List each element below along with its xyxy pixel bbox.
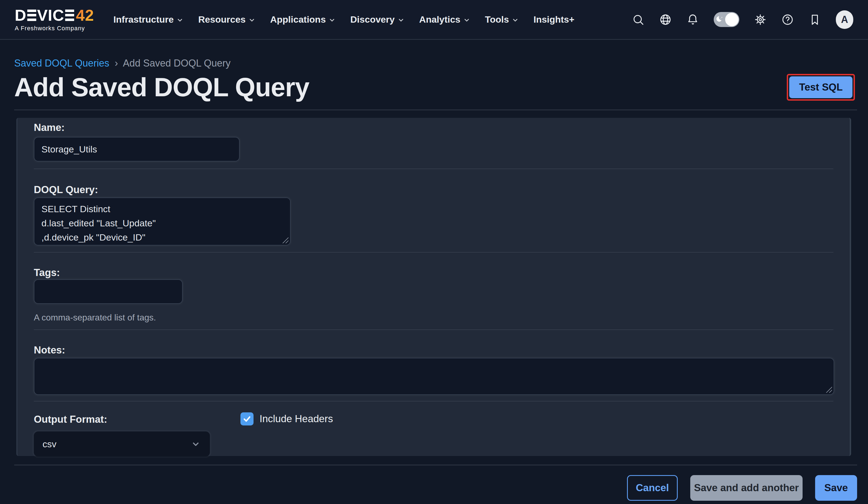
save-and-add-another-button[interactable]: Save and add another <box>690 475 803 501</box>
chevron-down-icon <box>329 17 335 24</box>
top-navbar: DVIC42 A Freshworks Company Infrastructu… <box>0 0 868 40</box>
notes-label: Notes: <box>34 344 833 356</box>
device42-logo-text: DVIC42 <box>15 7 94 23</box>
bell-icon[interactable] <box>686 13 699 26</box>
device42-logo[interactable]: DVIC42 A Freshworks Company <box>15 7 94 32</box>
nav-item-analytics[interactable]: Analytics <box>412 0 478 40</box>
save-button[interactable]: Save <box>815 475 857 501</box>
include-headers-label: Include Headers <box>259 413 333 425</box>
nav-item-tools[interactable]: Tools <box>478 0 526 40</box>
notes-section: Notes: <box>34 344 833 401</box>
chevron-down-icon <box>176 17 184 24</box>
navbar-actions: A <box>632 10 853 29</box>
avatar-initial: A <box>841 14 848 25</box>
bookmark-icon[interactable] <box>808 13 821 26</box>
footer-divider <box>14 465 857 465</box>
search-icon[interactable] <box>632 13 644 26</box>
chevron-down-icon <box>397 17 405 24</box>
include-headers-checkbox[interactable] <box>240 412 254 425</box>
tags-section: Tags: A comma-separated list of tags. <box>34 267 833 330</box>
name-input[interactable] <box>34 137 240 162</box>
toggle-knob <box>725 13 738 26</box>
breadcrumb-saved-doql-queries-link[interactable]: Saved DOQL Queries <box>14 58 109 69</box>
nav-item-resources[interactable]: Resources <box>191 0 263 40</box>
breadcrumb: Saved DOQL Queries › Add Saved DOQL Quer… <box>14 57 857 69</box>
globe-icon[interactable] <box>659 13 672 26</box>
output-format-value: csv <box>42 439 56 450</box>
doql-query-label: DOQL Query: <box>34 184 833 196</box>
name-label: Name: <box>34 122 833 134</box>
section-divider <box>34 329 833 330</box>
output-format-label: Output Format: <box>34 413 240 425</box>
output-format-section: Output Format: csv Include Headers <box>34 413 833 456</box>
doql-query-textarea[interactable]: SELECT Distinct d.last_edited "Last_Upda… <box>34 197 291 245</box>
chevron-down-icon <box>190 439 201 450</box>
add-saved-doql-query-form: Name: DOQL Query: SELECT Distinct d.last… <box>16 118 851 456</box>
section-divider <box>34 401 833 401</box>
footer-actions: Cancel Save and add another Save <box>14 475 857 501</box>
nav-item-infrastructure[interactable]: Infrastructure <box>106 0 191 40</box>
main-menu: Infrastructure Resources Applications Di… <box>106 0 582 40</box>
help-icon[interactable] <box>781 13 794 26</box>
logo-letters-vic: VIC <box>37 7 64 23</box>
nav-item-discovery[interactable]: Discovery <box>343 0 412 40</box>
breadcrumb-current: Add Saved DOQL Query <box>123 58 231 69</box>
chevron-down-icon <box>512 17 519 24</box>
test-sql-highlight-annotation: Test SQL <box>787 74 855 101</box>
tags-label: Tags: <box>34 267 833 279</box>
gear-icon[interactable] <box>754 13 767 26</box>
test-sql-button[interactable]: Test SQL <box>789 76 852 98</box>
doql-query-section: DOQL Query: SELECT Distinct d.last_edite… <box>34 184 833 253</box>
logo-letter-d: D <box>15 7 27 23</box>
cancel-button[interactable]: Cancel <box>627 475 678 501</box>
tags-input[interactable] <box>34 279 183 304</box>
logo-stylized-e <box>65 10 74 21</box>
nav-item-applications[interactable]: Applications <box>263 0 343 40</box>
chevron-down-icon <box>463 17 470 24</box>
header-divider <box>14 110 857 110</box>
page-title: Add Saved DOQL Query <box>14 73 309 101</box>
section-divider <box>34 168 833 169</box>
page-header-row: Add Saved DOQL Query Test SQL <box>14 73 857 101</box>
chevron-down-icon <box>248 17 256 24</box>
avatar[interactable]: A <box>836 10 853 29</box>
breadcrumb-separator: › <box>115 58 118 69</box>
include-headers-field: Include Headers <box>240 412 333 425</box>
logo-42: 42 <box>76 7 94 23</box>
tags-helper-text: A comma-separated list of tags. <box>34 312 833 323</box>
logo-stylized-e <box>27 10 36 21</box>
logo-subtitle: A Freshworks Company <box>15 25 94 32</box>
output-format-select[interactable]: csv <box>34 431 210 456</box>
name-section: Name: <box>34 122 833 169</box>
main-content: Saved DOQL Queries › Add Saved DOQL Quer… <box>0 40 868 501</box>
notes-textarea[interactable] <box>34 358 834 395</box>
nav-item-insights[interactable]: Insights+ <box>526 0 582 40</box>
theme-toggle[interactable] <box>714 12 739 27</box>
section-divider <box>34 252 833 253</box>
moon-icon <box>716 15 725 24</box>
check-icon <box>242 414 252 423</box>
output-format-column: Output Format: csv <box>34 413 240 456</box>
